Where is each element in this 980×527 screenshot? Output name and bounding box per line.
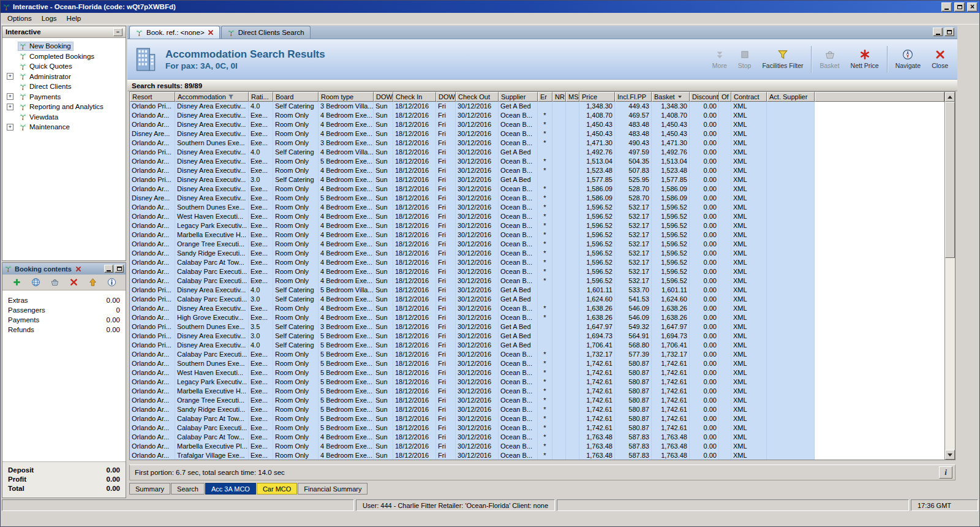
column-header-check-out-8[interactable]: Check Out bbox=[456, 92, 499, 102]
column-header-check-in-6[interactable]: Check In bbox=[393, 92, 436, 102]
column-header-discount-16[interactable]: Discount bbox=[690, 92, 719, 102]
result-row[interactable]: Orlando Ar...Marbella Executive H...Exe.… bbox=[130, 387, 815, 396]
result-row[interactable]: Orlando Ar...Southern Dunes Exe...Exe...… bbox=[130, 359, 815, 368]
scroll-thumb[interactable] bbox=[945, 102, 955, 258]
result-row[interactable]: Disney Are...Disney Area Executiv...Exe.… bbox=[130, 194, 815, 203]
menu-logs[interactable]: Logs bbox=[37, 13, 62, 23]
scroll-track[interactable] bbox=[945, 102, 955, 450]
column-header-contract-18[interactable]: Contract bbox=[731, 92, 767, 102]
sidebar-item-payments[interactable]: +Payments bbox=[2, 92, 126, 102]
sidebar-item-viewdata[interactable]: Viewdata bbox=[2, 112, 126, 123]
more-button[interactable]: More bbox=[707, 44, 733, 75]
result-row[interactable]: Orlando Ar...Trafalgar Village Exe...Exe… bbox=[130, 451, 815, 460]
vertical-scrollbar[interactable] bbox=[944, 92, 955, 460]
basket-add-button[interactable] bbox=[49, 277, 60, 288]
result-row[interactable]: Orlando Ar...Southern Dunes Exe...Exe...… bbox=[130, 203, 815, 212]
sidebar-item-new-booking[interactable]: New Booking bbox=[2, 41, 126, 51]
column-header-nr-11[interactable]: NR bbox=[552, 92, 566, 102]
result-row[interactable]: Orlando Ar...Southern Dunes Exe...Exe...… bbox=[130, 138, 815, 148]
sidebar-item-completed-bookings[interactable]: Completed Bookings bbox=[2, 51, 126, 62]
result-row[interactable]: Orlando Ar...Calabay Parc Executi...Exe.… bbox=[130, 276, 815, 286]
result-row[interactable]: Orlando Ar...Calabay Parc At Tow...Exe..… bbox=[130, 258, 815, 267]
sidebar-item-administrator[interactable]: +Administrator bbox=[2, 72, 126, 82]
result-row[interactable]: Disney Are...Disney Area Executiv...Exe.… bbox=[130, 129, 815, 138]
column-header-incl-fl-pp-14[interactable]: Incl.Fl.PP bbox=[615, 92, 652, 102]
result-row[interactable]: Orlando Pri...Disney Area Executiv...4.0… bbox=[130, 286, 815, 295]
sidebar-item-direct-clients[interactable]: Direct Clients bbox=[2, 82, 126, 92]
result-row[interactable]: Orlando Ar...Disney Area Executiv...Exe.… bbox=[130, 304, 815, 313]
column-header-supplier-9[interactable]: Supplier bbox=[499, 92, 538, 102]
stop-button[interactable]: Stop bbox=[733, 44, 757, 75]
column-header-basket-15[interactable]: Basket bbox=[652, 92, 690, 102]
booking-maximize-button[interactable] bbox=[115, 265, 124, 273]
sidebar-item-reporting-and-analytics[interactable]: +Reporting and Analytics bbox=[2, 102, 126, 112]
column-header-ms-12[interactable]: MS bbox=[566, 92, 579, 102]
column-header-accommodation-1[interactable]: Accommodation bbox=[175, 92, 249, 102]
column-header-board-3[interactable]: Board bbox=[273, 92, 318, 102]
result-row[interactable]: Orlando Ar...West Haven Executi...Exe...… bbox=[130, 212, 815, 221]
move-up-button[interactable] bbox=[87, 277, 98, 288]
column-header-of-17[interactable]: Of bbox=[719, 92, 731, 102]
result-row[interactable]: Orlando Ar...Disney Area Executiv...Exe.… bbox=[130, 157, 815, 166]
result-row[interactable]: Orlando Ar...Legacy Park Executiv...Exe.… bbox=[130, 377, 815, 387]
result-row[interactable]: Orlando Ar...Marbella Executive Pl...Exe… bbox=[130, 442, 815, 451]
result-row[interactable]: Orlando Ar...Sandy Ridge Executi...Exe..… bbox=[130, 249, 815, 258]
column-header-dow-5[interactable]: DOW bbox=[374, 92, 393, 102]
tab-direct-clients-search[interactable]: Direct Clients Search bbox=[221, 26, 311, 39]
add-button[interactable] bbox=[11, 277, 22, 288]
menu-help[interactable]: Help bbox=[62, 13, 86, 23]
facilities-filter-button[interactable]: Facilities Filter bbox=[756, 44, 809, 75]
expander-icon[interactable]: + bbox=[7, 104, 13, 110]
result-row[interactable]: Orlando Ar...High Grove Executiv...Exe..… bbox=[130, 313, 815, 322]
expander-icon[interactable]: + bbox=[7, 93, 13, 100]
result-row[interactable]: Orlando Pri...Disney Area Executiv...4.0… bbox=[130, 102, 815, 111]
column-header-price-13[interactable]: Price bbox=[579, 92, 615, 102]
result-row[interactable]: Orlando Ar...Calabay Parc At Tow...Exe..… bbox=[130, 414, 815, 423]
navigate-button[interactable]: Navigate bbox=[890, 44, 926, 75]
result-row[interactable]: Orlando Ar...Sandy Ridge Executi...Exe..… bbox=[130, 405, 815, 414]
window-maximize-button[interactable] bbox=[954, 2, 965, 12]
result-row[interactable]: Orlando Ar...Marbella Executive H...Exe.… bbox=[130, 230, 815, 240]
panel-collapse-button[interactable]: − bbox=[113, 28, 123, 36]
result-row[interactable]: Orlando Pri...Calabay Parc Executi...3.0… bbox=[130, 295, 815, 304]
scroll-down-button[interactable] bbox=[945, 450, 955, 460]
sidebar-item-quick-quotes[interactable]: Quick Quotes bbox=[2, 61, 126, 72]
result-row[interactable]: Orlando Ar...Disney Area Executiv...Exe.… bbox=[130, 120, 815, 129]
info-button[interactable] bbox=[106, 277, 117, 288]
bottom-tab-search[interactable]: Search bbox=[171, 483, 205, 495]
info-button[interactable]: i bbox=[939, 466, 952, 479]
result-row[interactable]: Orlando Ar...Legacy Park Executiv...Exe.… bbox=[130, 221, 815, 230]
column-header-act-supplier-19[interactable]: Act. Supplier bbox=[767, 92, 815, 102]
column-header-er-10[interactable]: Er bbox=[538, 92, 552, 102]
world-button[interactable] bbox=[30, 277, 41, 288]
close-button[interactable]: Close bbox=[926, 44, 954, 75]
delete-button[interactable] bbox=[68, 277, 79, 288]
tab-close-icon[interactable] bbox=[208, 29, 214, 36]
mdi-restore-button[interactable] bbox=[944, 28, 954, 36]
result-row[interactable]: Orlando Ar...Orange Tree Executi...Exe..… bbox=[130, 240, 815, 249]
result-row[interactable]: Orlando Pri...Disney Area Executiv...4.0… bbox=[130, 148, 815, 157]
result-row[interactable]: Orlando Pri...Disney Area Executiv...4.0… bbox=[130, 341, 815, 350]
result-row[interactable]: Orlando Pri...Disney Area Executiv...3.0… bbox=[130, 175, 815, 184]
result-row[interactable]: Orlando Ar...Orange Tree Executi...Exe..… bbox=[130, 396, 815, 405]
result-row[interactable]: Orlando Ar...Calabay Parc Executi...Exe.… bbox=[130, 423, 815, 433]
result-row[interactable]: Orlando Ar...Disney Area Executiv...Exe.… bbox=[130, 184, 815, 194]
scroll-up-button[interactable] bbox=[945, 92, 955, 102]
column-header-dow-7[interactable]: DOW bbox=[436, 92, 456, 102]
bottom-tab-acc-3a-mco[interactable]: Acc 3A MCO bbox=[205, 483, 256, 495]
result-row[interactable]: Orlando Ar...Calabay Parc Executi...Exe.… bbox=[130, 267, 815, 276]
booking-minimize-button[interactable] bbox=[104, 265, 113, 273]
sidebar-item-maintenance[interactable]: +Maintenance bbox=[2, 122, 126, 132]
result-row[interactable]: Orlando Pri...Southern Dunes Exe...3.5Se… bbox=[130, 322, 815, 332]
bottom-tab-summary[interactable]: Summary bbox=[129, 483, 170, 495]
window-close-button[interactable]: × bbox=[967, 2, 978, 12]
result-row[interactable]: Orlando Ar...Disney Area Executiv...Exe.… bbox=[130, 166, 815, 175]
column-header-room-type-4[interactable]: Room type bbox=[318, 92, 374, 102]
tab-book-ref-none[interactable]: Book. ref.: <none> bbox=[129, 26, 220, 39]
expander-icon[interactable]: + bbox=[7, 124, 13, 131]
mdi-minimize-button[interactable] bbox=[933, 28, 943, 36]
booking-close-button[interactable] bbox=[74, 265, 83, 273]
bottom-tab-financial-summary[interactable]: Financial Summary bbox=[298, 483, 368, 495]
result-row[interactable]: Orlando Ar...Calabay Parc Executi...Exe.… bbox=[130, 350, 815, 359]
result-row[interactable]: Orlando Ar...Calabay Parc At Tow...Exe..… bbox=[130, 433, 815, 442]
